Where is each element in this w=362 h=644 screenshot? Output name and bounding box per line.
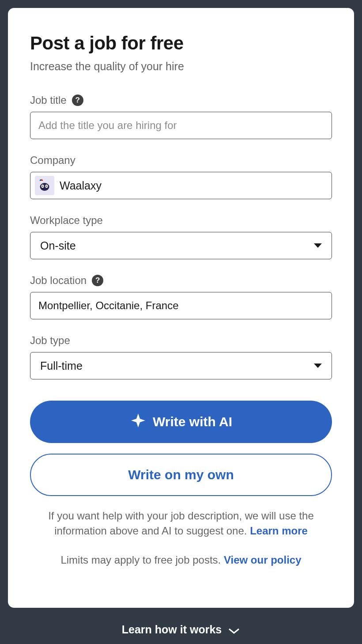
job-title-label-row: Job title ? bbox=[30, 94, 332, 106]
job-location-field: Job location ? bbox=[30, 274, 332, 319]
svg-point-4 bbox=[46, 186, 47, 187]
job-type-select[interactable]: Full-time bbox=[30, 352, 332, 379]
job-type-label-row: Job type bbox=[30, 334, 332, 347]
sparkle-icon bbox=[130, 412, 147, 432]
workplace-type-label-row: Workplace type bbox=[30, 214, 332, 227]
company-logo-icon bbox=[35, 176, 54, 195]
svg-point-3 bbox=[42, 186, 43, 187]
workplace-type-value: On-site bbox=[40, 239, 76, 252]
footer[interactable]: Learn how it works bbox=[8, 608, 354, 636]
workplace-type-select[interactable]: On-site bbox=[30, 232, 332, 259]
page-subtitle: Increase the quality of your hire bbox=[30, 60, 332, 73]
write-with-ai-label: Write with AI bbox=[153, 414, 232, 429]
chevron-down-icon bbox=[314, 243, 322, 248]
policy-description: Limits may apply to free job posts. bbox=[60, 554, 224, 566]
page-title: Post a job for free bbox=[30, 33, 332, 54]
company-input[interactable]: Waalaxy bbox=[30, 172, 332, 199]
write-with-ai-button[interactable]: Write with AI bbox=[30, 401, 332, 443]
job-type-label: Job type bbox=[30, 334, 70, 347]
company-field: Company Waalaxy bbox=[30, 154, 332, 199]
job-location-input[interactable] bbox=[30, 292, 332, 319]
job-location-label: Job location bbox=[30, 274, 87, 287]
job-type-value: Full-time bbox=[40, 360, 83, 372]
job-title-label: Job title bbox=[30, 94, 67, 106]
job-post-card: Post a job for free Increase the quality… bbox=[8, 8, 354, 608]
chevron-down-icon bbox=[228, 627, 240, 636]
company-value: Waalaxy bbox=[60, 179, 102, 192]
write-on-my-own-label: Write on my own bbox=[128, 467, 234, 482]
ai-help-text: If you want help with your job descripti… bbox=[30, 508, 332, 538]
workplace-type-label: Workplace type bbox=[30, 214, 103, 227]
write-on-my-own-button[interactable]: Write on my own bbox=[30, 454, 332, 496]
footer-label: Learn how it works bbox=[122, 623, 222, 636]
job-type-field: Job type Full-time bbox=[30, 334, 332, 379]
svg-point-0 bbox=[40, 183, 49, 191]
company-label: Company bbox=[30, 154, 75, 167]
learn-more-link[interactable]: Learn more bbox=[250, 525, 308, 537]
company-label-row: Company bbox=[30, 154, 332, 167]
job-title-field: Job title ? bbox=[30, 94, 332, 139]
workplace-type-field: Workplace type On-site bbox=[30, 214, 332, 259]
job-location-label-row: Job location ? bbox=[30, 274, 332, 287]
chevron-down-icon bbox=[314, 364, 322, 368]
help-icon[interactable]: ? bbox=[92, 275, 103, 286]
policy-text: Limits may apply to free job posts. View… bbox=[30, 554, 332, 566]
help-icon[interactable]: ? bbox=[72, 95, 83, 106]
job-title-input[interactable] bbox=[30, 112, 332, 139]
view-policy-link[interactable]: View our policy bbox=[224, 554, 302, 566]
